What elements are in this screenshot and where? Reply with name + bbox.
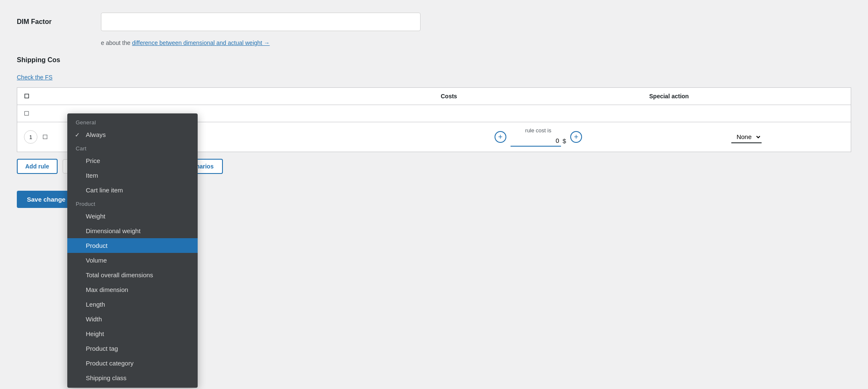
item-label-dimensional-weight: Dimensional weight (86, 227, 140, 234)
item-label-cart-line-item: Cart line item (86, 187, 123, 194)
item-label-total-overall-dimensions: Total overall dimensions (86, 271, 153, 279)
costs-cell: + rule cost is $ + (434, 122, 643, 152)
dropdown-item-height[interactable]: Height (67, 326, 198, 341)
costs-header: Costs (434, 88, 643, 105)
dropdown-item-max-dimension[interactable]: Max dimension (67, 282, 198, 297)
rule-cost-text: rule cost is (525, 127, 551, 134)
add-rule-button[interactable]: Add rule (17, 159, 58, 174)
group-label-general: General (67, 116, 198, 127)
row2-checkbox[interactable]: ☐ (42, 134, 48, 140)
select-all-header: ☐ (17, 88, 101, 105)
item-label-price: Price (86, 157, 100, 164)
item-label-height: Height (86, 330, 104, 337)
dropdown-item-item[interactable]: Item (67, 168, 198, 183)
special-action-header: Special action (643, 88, 851, 105)
dropdown-menu: General ✓ Always Cart Price Item Cart li… (67, 113, 198, 388)
select-all-checkbox[interactable]: ☐ (24, 93, 29, 100)
item-label-product-tag: Product tag (86, 345, 118, 352)
dropdown-item-price[interactable]: Price (67, 153, 198, 168)
item-label-product: Product (86, 242, 108, 249)
group-label-cart: Cart (67, 142, 198, 153)
info-text-row: e about the difference between dimension… (101, 39, 851, 46)
dimensional-weight-link[interactable]: difference between dimensional and actua… (132, 39, 270, 46)
dim-factor-input[interactable] (101, 13, 421, 31)
item-label-max-dimension: Max dimension (86, 286, 128, 293)
dropdown-item-always[interactable]: ✓ Always (67, 127, 198, 142)
group-label-product: Product (67, 197, 198, 209)
dropdown-item-dimensional-weight[interactable]: Dimensional weight (67, 223, 198, 238)
special-action-select[interactable]: None (731, 131, 762, 143)
dropdown-item-weight[interactable]: Weight (67, 209, 198, 223)
dim-factor-label: DIM Factor (17, 18, 101, 26)
checkmark-always: ✓ (75, 131, 80, 138)
special-action-cell: None (643, 122, 851, 152)
dropdown-item-product-tag[interactable]: Product tag (67, 341, 198, 356)
condition-header (101, 88, 434, 105)
item-label-item: Item (86, 172, 98, 179)
cost-value-input[interactable] (511, 135, 561, 147)
rule-number: 1 (24, 130, 37, 144)
dim-factor-row: DIM Factor (17, 13, 851, 31)
item-label-volume: Volume (86, 257, 107, 264)
action-cell-empty (643, 105, 851, 122)
dropdown-item-product-category[interactable]: Product category (67, 356, 198, 371)
item-label-shipping-class: Shipping class (86, 374, 127, 381)
add-cost-plus-icon[interactable]: + (495, 131, 506, 143)
dropdown-item-volume[interactable]: Volume (67, 253, 198, 268)
item-label-weight: Weight (86, 213, 105, 220)
add-cost-plus-icon-2[interactable]: + (570, 131, 582, 143)
item-label-product-category: Product category (86, 360, 133, 367)
dropdown-item-length[interactable]: Length (67, 297, 198, 312)
item-label-width: Width (86, 315, 102, 323)
dropdown-item-shipping-class[interactable]: Shipping class (67, 371, 198, 385)
page-wrapper: DIM Factor e about the difference betwee… (0, 0, 868, 389)
item-label-length: Length (86, 301, 105, 308)
dropdown-item-width[interactable]: Width (67, 312, 198, 326)
save-button[interactable]: Save change (17, 191, 76, 208)
shipping-cost-section: Shipping Cos (17, 56, 851, 68)
currency-label: $ (563, 137, 566, 145)
info-prefix: e about the (101, 39, 130, 46)
shipping-costs-label: Shipping Cos (17, 56, 60, 64)
check-link[interactable]: Check the FS (17, 74, 53, 81)
row-checkbox[interactable]: ☐ (24, 110, 29, 117)
costs-cell-empty (434, 105, 643, 122)
item-label-always: Always (86, 131, 106, 138)
dropdown-item-cart-line-item[interactable]: Cart line item (67, 183, 198, 197)
dropdown-item-product[interactable]: Product (67, 238, 198, 253)
dropdown-item-total-overall-dimensions[interactable]: Total overall dimensions (67, 268, 198, 282)
